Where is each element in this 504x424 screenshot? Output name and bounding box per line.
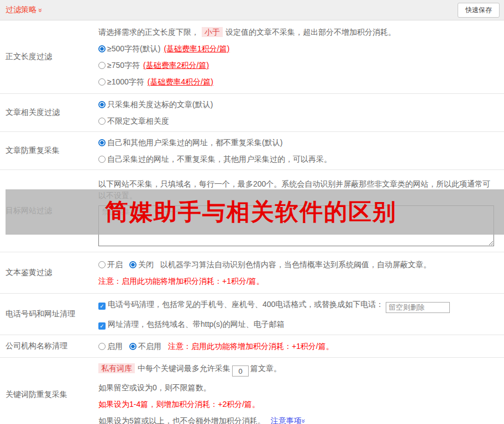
- section-row-relevance-filter: 文章相关度过滤 只采集相关度达标的文章(默认) 不限定文章相关度: [0, 94, 504, 132]
- relevance-option-any-label[interactable]: 不限定文章相关度: [107, 116, 169, 125]
- dedup-option-all[interactable]: 自己和其他用户采集过的网址，都不重复采集(默认): [98, 137, 500, 148]
- length-option-500[interactable]: ≥500字符(默认)(基础费率1积分/篇): [98, 43, 500, 54]
- dedup-option-self-label[interactable]: 自己采集过的网址，不重复采集，其他用户采集过的，可以再采。: [107, 155, 332, 163]
- radio-button-icon[interactable]: [98, 45, 106, 52]
- section-row-phone-url-cleanup: 电话号码和网址清理 ✓电话号码清理，包括常见的手机号、座机号、400电话格式，或…: [0, 294, 504, 335]
- replacement-phone-input[interactable]: [386, 302, 450, 313]
- radio-button-icon[interactable]: [98, 78, 106, 86]
- keyword-note-zero: 如果留空或设为0，则不限篇数。: [98, 382, 500, 393]
- notes-link-label[interactable]: 注意事项: [271, 416, 302, 424]
- company-option-on-label[interactable]: 启用: [107, 342, 123, 351]
- section-row-dedup-collection: 文章防重复采集 自己和其他用户采集过的网址，都不重复采集(默认) 自己采集过的网…: [0, 132, 504, 170]
- row-label-site-filter: 目标网站过滤: [0, 170, 98, 252]
- length-option-1000[interactable]: ≥1000字符(基础费率4积分/篇): [98, 76, 500, 87]
- section-row-length-filter: 正文长度过滤 请选择需求的正文长度下限，小于设定值的文章不采集，超出部分不增加积…: [0, 20, 504, 94]
- dedup-option-all-label[interactable]: 自己和其他用户采集过的网址，都不重复采集(默认): [107, 138, 282, 147]
- row-label-keyword-dedup: 关键词防重复采集: [0, 358, 98, 424]
- keyword-limit-suffix: 篇文章。: [250, 364, 281, 373]
- section-row-keyword-dedup: 关键词防重复采集 私有词库中每个关键词最多允许采集篇文章。 如果留空或设为0，则…: [0, 358, 504, 424]
- row-label-company-cleanup: 公司机构名称清理: [0, 335, 98, 357]
- site-filter-description: 以下网站不采集，只填域名，每行一个，最多200个。系统会自动识别并屏蔽那些非文章…: [98, 178, 495, 202]
- keyword-limit-line: 私有词库中每个关键词最多允许采集篇文章。: [98, 363, 500, 377]
- company-cleanup-options-line: 启用不启用 注意：启用此功能将增加积分消耗：+1积分/篇。: [98, 341, 500, 352]
- porn-filter-options-line: 开启关闭 以机器学习算法自动识别色情内容，当色情概率达到系统阈值，自动屏蔽文章。: [98, 259, 500, 270]
- company-cleanup-note: 注意：启用此功能将增加积分消耗：+1积分/篇。: [168, 342, 334, 351]
- keyword-note-5plus: 如果设为5篇或以上，也不会额外增加积分消耗。: [98, 416, 265, 424]
- length-intro-line: 请选择需求的正文长度下限，小于设定值的文章不采集，超出部分不增加积分消耗。: [98, 26, 500, 38]
- keyword-note-1-4: 如果设为1-4篇，则增加积分消耗：+2积分/篇。: [98, 399, 500, 410]
- radio-button-icon[interactable]: [129, 343, 136, 350]
- row-content-length-filter: 请选择需求的正文长度下限，小于设定值的文章不采集，超出部分不增加积分消耗。 ≥5…: [98, 20, 504, 93]
- radio-button-icon[interactable]: [129, 261, 136, 268]
- row-label-porn-filter: 文本鉴黄过滤: [0, 252, 98, 293]
- relevance-option-any[interactable]: 不限定文章相关度: [98, 115, 500, 126]
- dedup-option-self[interactable]: 自己采集过的网址，不重复采集，其他用户采集过的，可以再采。: [98, 153, 500, 165]
- length-intro-post: 设定值的文章不采集，超出部分不增加积分消耗。: [225, 28, 396, 36]
- row-content-company-cleanup: 启用不启用 注意：启用此功能将增加积分消耗：+1积分/篇。: [98, 335, 504, 357]
- row-label-phone-url-cleanup: 电话号码和网址清理: [0, 294, 98, 335]
- page-header: 过滤策略 » 快速保存: [0, 0, 504, 20]
- length-option-500-label[interactable]: ≥500字符(默认): [107, 44, 160, 53]
- chevron-double-down-icon: »: [37, 8, 44, 12]
- porn-option-on-label[interactable]: 开启: [107, 260, 123, 269]
- length-option-750[interactable]: ≥750字符(基础费率2积分/篇): [98, 60, 500, 71]
- porn-filter-description: 以机器学习算法自动识别色情内容，当色情概率达到系统阈值，自动屏蔽文章。: [160, 260, 431, 269]
- row-content-phone-url-cleanup: ✓电话号码清理，包括常见的手机号、座机号、400电话格式，或替换成如下电话： ✓…: [98, 294, 504, 335]
- relevance-option-strict[interactable]: 只采集相关度达标的文章(默认): [98, 99, 500, 110]
- row-label-relevance-filter: 文章相关度过滤: [0, 94, 98, 131]
- chevron-double-down-icon: »: [300, 419, 307, 423]
- company-option-off-label[interactable]: 不启用: [138, 342, 161, 351]
- length-option-500-fee: (基础费率1积分/篇): [164, 44, 229, 53]
- porn-filter-note: 注意：启用此功能将增加积分消耗：+1积分/篇。: [98, 275, 500, 287]
- radio-button-icon[interactable]: [98, 156, 106, 163]
- row-content-site-filter: 以下网站不采集，只填域名，每行一个，最多200个。系统会自动识别并屏蔽那些非文章…: [98, 170, 504, 252]
- private-thesaurus-tag[interactable]: 私有词库: [98, 363, 135, 373]
- page-title-label: 过滤策略: [6, 5, 36, 15]
- phone-cleanup-label[interactable]: 电话号码清理，包括常见的手机号、座机号、400电话格式，或替换成如下电话：: [108, 300, 384, 309]
- url-cleanup-line: ✓网址清理，包括纯域名、带http(s)的网址、电子邮箱: [98, 319, 500, 330]
- radio-button-icon[interactable]: [98, 62, 106, 69]
- radio-button-icon[interactable]: [98, 261, 106, 268]
- length-intro-pre: 请选择需求的正文长度下限，: [98, 28, 199, 36]
- radio-button-icon[interactable]: [98, 343, 106, 350]
- blocked-domains-textarea[interactable]: [98, 205, 494, 246]
- row-content-dedup-collection: 自己和其他用户采集过的网址，都不重复采集(默认) 自己采集过的网址，不重复采集，…: [98, 132, 504, 169]
- checkbox-checked-icon[interactable]: ✓: [98, 303, 106, 310]
- row-label-length-filter: 正文长度过滤: [0, 20, 98, 93]
- url-cleanup-label[interactable]: 网址清理，包括纯域名、带http(s)的网址、电子邮箱: [108, 320, 285, 328]
- checkbox-checked-icon[interactable]: ✓: [98, 322, 106, 330]
- section-row-porn-filter: 文本鉴黄过滤 开启关闭 以机器学习算法自动识别色情内容，当色情概率达到系统阈值，…: [0, 252, 504, 294]
- notes-link[interactable]: 注意事项»: [271, 416, 306, 424]
- row-label-dedup-collection: 文章防重复采集: [0, 132, 98, 169]
- section-row-site-filter: 目标网站过滤 以下网站不采集，只填域名，每行一个，最多200个。系统会自动识别并…: [0, 170, 504, 252]
- phone-cleanup-line: ✓电话号码清理，包括常见的手机号、座机号、400电话格式，或替换成如下电话：: [98, 299, 500, 313]
- radio-button-icon[interactable]: [98, 118, 106, 125]
- row-content-relevance-filter: 只采集相关度达标的文章(默认) 不限定文章相关度: [98, 94, 504, 131]
- less-than-tag: 小于: [202, 27, 223, 37]
- quick-save-button[interactable]: 快速保存: [458, 3, 500, 18]
- length-option-750-fee: (基础费率2积分/篇): [143, 61, 209, 70]
- radio-button-icon[interactable]: [98, 101, 106, 108]
- page-title[interactable]: 过滤策略 »: [6, 5, 43, 15]
- radio-button-icon[interactable]: [98, 139, 106, 146]
- relevance-option-strict-label[interactable]: 只采集相关度达标的文章(默认): [107, 100, 213, 109]
- length-option-1000-label[interactable]: ≥1000字符: [107, 77, 144, 86]
- length-option-1000-fee: (基础费率4积分/篇): [148, 77, 213, 86]
- keyword-limit-input[interactable]: [232, 365, 249, 377]
- porn-option-off-label[interactable]: 关闭: [138, 260, 154, 269]
- row-content-keyword-dedup: 私有词库中每个关键词最多允许采集篇文章。 如果留空或设为0，则不限篇数。 如果设…: [98, 358, 504, 424]
- keyword-note-5plus-line: 如果设为5篇或以上，也不会额外增加积分消耗。注意事项»: [98, 415, 500, 424]
- keyword-limit-text: 中每个关键词最多允许采集: [138, 364, 230, 373]
- row-content-porn-filter: 开启关闭 以机器学习算法自动识别色情内容，当色情概率达到系统阈值，自动屏蔽文章。…: [98, 252, 504, 293]
- length-option-750-label[interactable]: ≥750字符: [107, 61, 140, 70]
- section-row-company-cleanup: 公司机构名称清理 启用不启用 注意：启用此功能将增加积分消耗：+1积分/篇。: [0, 335, 504, 358]
